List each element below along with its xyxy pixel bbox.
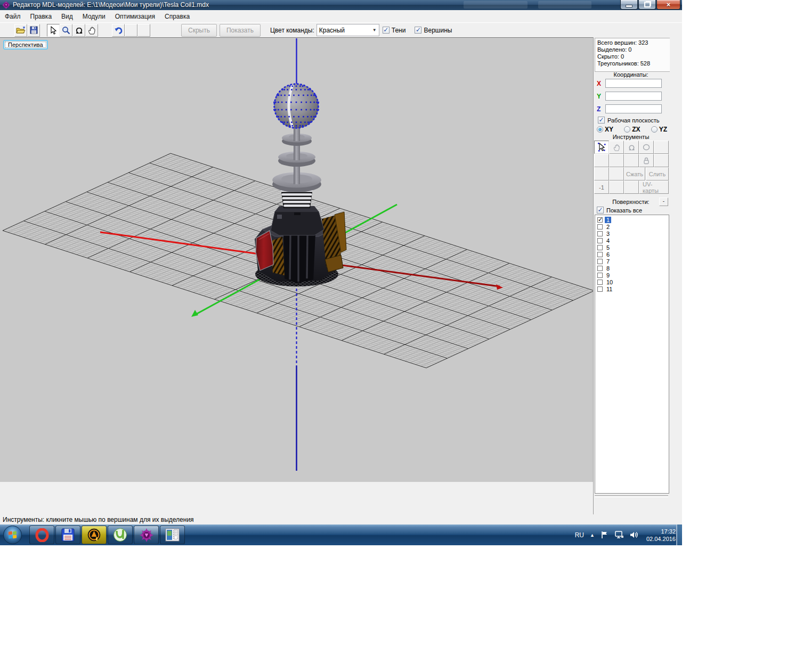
save-file-button[interactable] xyxy=(27,24,40,37)
team-color-value: Красный xyxy=(319,27,345,34)
radio-icon xyxy=(624,126,630,133)
perspective-mode-button[interactable]: Перспектива xyxy=(3,40,48,50)
work-plane-checkbox[interactable]: ✓ xyxy=(598,117,605,124)
surface-checkbox[interactable] xyxy=(597,273,603,278)
plane-xy-radio[interactable]: XY xyxy=(597,126,613,133)
toolbar-empty-button-1[interactable] xyxy=(125,24,137,37)
minimize-button[interactable] xyxy=(620,0,638,10)
tool-empty-cell[interactable] xyxy=(654,141,669,154)
viewport-3d[interactable]: Перспектива xyxy=(0,37,593,482)
undo-button[interactable] xyxy=(112,24,125,37)
surface-item-label[interactable]: 6 xyxy=(605,251,611,258)
toolbar-empty-button-2[interactable] xyxy=(137,24,150,37)
surface-item-label[interactable]: 9 xyxy=(605,272,611,278)
show-all-checkbox[interactable]: ✓ xyxy=(597,207,604,214)
surface-checkbox-checked[interactable] xyxy=(597,217,603,223)
y-coordinate-input[interactable] xyxy=(605,92,662,101)
z-coordinate-input[interactable] xyxy=(605,104,662,113)
tool-empty-cell[interactable] xyxy=(594,154,609,167)
pan-tool-button[interactable] xyxy=(85,24,98,37)
surface-checkbox[interactable] xyxy=(597,238,603,243)
clock-date: 02.04.2016 xyxy=(646,535,676,543)
minus-one-button[interactable]: -1 xyxy=(594,181,609,194)
surface-item-label[interactable]: 2 xyxy=(605,224,611,230)
menu-view[interactable]: Вид xyxy=(56,11,78,22)
surface-item-label[interactable]: 11 xyxy=(605,286,614,292)
team-color-select[interactable]: Красный ▼ xyxy=(317,24,379,36)
surface-row: 5 xyxy=(597,244,669,251)
surfaces-list[interactable]: 1 2 3 4 5 6 7 8 9 10 11 xyxy=(595,215,669,494)
menu-edit[interactable]: Правка xyxy=(26,11,57,22)
show-button[interactable]: Показать xyxy=(220,24,261,37)
restore-button[interactable] xyxy=(638,0,656,10)
surface-checkbox[interactable] xyxy=(597,266,603,271)
hidden-icons-button[interactable]: ▲ xyxy=(590,532,595,538)
surface-checkbox[interactable] xyxy=(597,231,603,236)
tool-empty-cell[interactable] xyxy=(594,167,609,181)
taskbar-app-opera[interactable] xyxy=(29,526,54,544)
tool-empty-cell[interactable] xyxy=(609,154,624,167)
check-icon: ✓ xyxy=(598,117,604,122)
start-button[interactable] xyxy=(3,526,22,544)
shadows-label: Тени xyxy=(392,27,406,34)
tool-empty-cell[interactable] xyxy=(609,181,624,194)
surfaces-label: Поверхности: xyxy=(594,199,668,205)
clock[interactable]: 17:32 02.04.2016 xyxy=(646,528,676,543)
circle-select-tool-button[interactable] xyxy=(639,141,654,154)
menu-help[interactable]: Справка xyxy=(160,11,194,22)
volume-icon[interactable] xyxy=(630,531,638,539)
surface-item-label[interactable]: 10 xyxy=(605,279,614,285)
taskbar-app-help-viewer[interactable] xyxy=(160,526,185,544)
tool-empty-cell[interactable] xyxy=(654,154,669,167)
close-icon: × xyxy=(667,1,671,8)
taskbar-app-aimp[interactable] xyxy=(82,526,107,544)
rotate-tool-button[interactable] xyxy=(72,24,85,37)
shadows-checkbox[interactable]: ✓ xyxy=(383,27,390,34)
menu-file[interactable]: Файл xyxy=(0,11,26,22)
surface-item-label[interactable]: 3 xyxy=(605,231,611,237)
plane-yz-radio[interactable]: YZ xyxy=(651,126,667,133)
pan-tool-button-disabled[interactable] xyxy=(609,141,624,154)
surface-checkbox[interactable] xyxy=(597,245,603,250)
surface-checkbox[interactable] xyxy=(597,259,603,264)
surface-item-label[interactable]: 1 xyxy=(605,217,611,223)
vertices-checkbox[interactable]: ✓ xyxy=(415,27,421,34)
x-coordinate-input[interactable] xyxy=(605,79,662,88)
lock-tool-button[interactable] xyxy=(639,154,654,167)
merge-button[interactable]: Слить xyxy=(646,167,669,181)
surface-checkbox[interactable] xyxy=(597,286,603,292)
zoom-tool-button[interactable] xyxy=(60,24,72,37)
tool-empty-cell[interactable] xyxy=(624,154,639,167)
network-icon[interactable] xyxy=(614,531,624,539)
taskbar-app-utorrent[interactable] xyxy=(108,526,133,544)
show-desktop-button[interactable] xyxy=(676,525,682,545)
plane-zx-radio[interactable]: ZX xyxy=(624,126,640,133)
tool-empty-cell[interactable] xyxy=(609,167,624,181)
utorrent-icon xyxy=(113,528,127,542)
surface-checkbox[interactable] xyxy=(597,252,603,257)
menu-modules[interactable]: Модули xyxy=(78,11,110,22)
close-button[interactable]: × xyxy=(656,0,680,10)
surface-checkbox[interactable] xyxy=(597,280,603,285)
surface-item-label[interactable]: 7 xyxy=(605,258,611,265)
surface-row: 9 xyxy=(597,272,669,278)
surface-row: 2 xyxy=(597,223,669,230)
rotate-tool-button-disabled[interactable] xyxy=(624,141,639,154)
compress-button[interactable]: Сжать xyxy=(624,167,645,181)
surface-item-label[interactable]: 8 xyxy=(605,265,611,272)
surface-checkbox[interactable] xyxy=(597,224,603,230)
taskbar-app-mdl-editor[interactable] xyxy=(134,526,159,544)
taskbar-app-save-manager[interactable] xyxy=(55,526,80,544)
open-file-button[interactable] xyxy=(14,24,27,37)
select-tool-button[interactable] xyxy=(47,24,60,37)
uv-maps-button[interactable]: UV-карты xyxy=(639,181,669,194)
hide-button[interactable]: Скрыть xyxy=(181,24,217,37)
action-center-flag-icon[interactable] xyxy=(601,531,609,539)
language-indicator[interactable]: RU xyxy=(575,531,584,539)
vertex-select-tool-button[interactable] xyxy=(594,141,609,154)
surfaces-collapse-button[interactable]: - xyxy=(659,198,668,206)
surface-item-label[interactable]: 4 xyxy=(605,237,611,244)
tool-empty-cell[interactable] xyxy=(624,181,639,194)
menu-optimization[interactable]: Оптимизация xyxy=(110,11,160,22)
surface-item-label[interactable]: 5 xyxy=(605,244,611,251)
